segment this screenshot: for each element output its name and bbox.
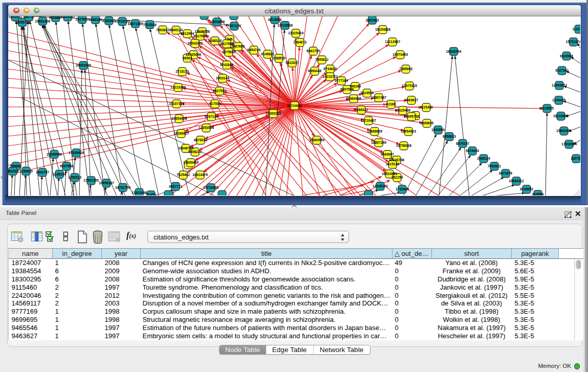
svg-text:16671355: 16671355 (128, 22, 143, 26)
svg-text:18724007: 18724007 (287, 104, 302, 107)
svg-text:15751074: 15751074 (566, 40, 580, 43)
svg-text:12093872: 12093872 (552, 83, 567, 87)
svg-text:8912954: 8912954 (181, 32, 194, 35)
svg-text:1564073: 1564073 (293, 40, 307, 44)
svg-text:1640954: 1640954 (431, 128, 445, 132)
svg-text:8267130: 8267130 (205, 115, 218, 118)
svg-text:1145194: 1145194 (53, 172, 66, 176)
svg-text:10107334: 10107334 (169, 102, 184, 105)
svg-text:19218506: 19218506 (277, 24, 293, 27)
svg-text:18807249: 18807249 (371, 141, 386, 144)
svg-text:10807487: 10807487 (371, 96, 386, 99)
svg-text:16154808: 16154808 (375, 28, 390, 31)
svg-text:8471676: 8471676 (499, 171, 512, 175)
svg-text:17654923: 17654923 (171, 117, 187, 120)
svg-text:8215955: 8215955 (540, 106, 554, 110)
svg-text:20364436: 20364436 (346, 97, 361, 100)
svg-text:6897568: 6897568 (340, 87, 354, 91)
svg-text:9242848: 9242848 (220, 63, 233, 67)
svg-text:15692971: 15692971 (556, 129, 572, 133)
svg-text:9327500: 9327500 (193, 34, 207, 38)
svg-text:1733426: 1733426 (396, 187, 409, 191)
svg-text:9115460: 9115460 (420, 105, 433, 109)
svg-text:7625402: 7625402 (177, 173, 190, 177)
svg-text:1905571: 1905571 (9, 16, 22, 18)
svg-text:12213967: 12213967 (385, 40, 400, 43)
svg-text:1250513: 1250513 (68, 176, 81, 179)
svg-text:8427552: 8427552 (213, 89, 226, 93)
svg-text:8678332: 8678332 (194, 138, 207, 142)
svg-text:92450: 92450 (146, 193, 156, 195)
svg-text:9474444: 9474444 (466, 149, 479, 152)
svg-text:19756928: 19756928 (396, 144, 411, 147)
svg-text:9734028: 9734028 (323, 67, 337, 71)
svg-text:17957255: 17957255 (83, 179, 99, 182)
svg-text:16053809: 16053809 (209, 20, 225, 24)
svg-text:10958107: 10958107 (99, 181, 114, 185)
svg-text:11923446: 11923446 (132, 191, 147, 194)
svg-text:9227342: 9227342 (555, 69, 569, 72)
svg-text:7663822: 7663822 (156, 28, 169, 32)
svg-text:2718170: 2718170 (176, 70, 189, 73)
svg-text:330757: 330757 (23, 16, 35, 18)
svg-text:18300295: 18300295 (266, 112, 281, 115)
svg-text:14055712: 14055712 (15, 20, 30, 24)
svg-text:10025438: 10025438 (395, 108, 410, 112)
svg-text:7386322: 7386322 (355, 108, 368, 112)
svg-text:8100342: 8100342 (102, 19, 116, 23)
svg-text:6879197: 6879197 (456, 142, 469, 145)
svg-text:7357224: 7357224 (228, 24, 241, 28)
svg-text:1615132: 1615132 (386, 162, 399, 166)
svg-text:16524851: 16524851 (382, 172, 397, 176)
svg-text:2942757: 2942757 (36, 170, 49, 174)
svg-text:13325419: 13325419 (288, 31, 303, 35)
svg-text:17359928: 17359928 (69, 151, 84, 155)
svg-text:3624554: 3624554 (360, 91, 374, 95)
svg-text:18495758: 18495758 (404, 115, 419, 118)
svg-text:417004: 417004 (209, 102, 221, 105)
svg-text:9245652: 9245652 (520, 187, 533, 191)
svg-text:15720407: 15720407 (361, 119, 376, 122)
svg-text:9699695: 9699695 (420, 121, 433, 125)
svg-text:15226058: 15226058 (194, 30, 210, 33)
svg-text:6466160: 6466160 (89, 18, 102, 21)
svg-text:116753: 116753 (571, 157, 580, 160)
svg-text:2867608: 2867608 (231, 45, 245, 48)
svg-text:14099489: 14099489 (183, 161, 199, 164)
svg-text:9146821: 9146821 (261, 52, 274, 56)
svg-text:7515526: 7515526 (143, 23, 157, 27)
svg-text:16210643: 16210643 (553, 114, 569, 118)
svg-text:62160: 62160 (386, 102, 396, 106)
svg-text:8660124: 8660124 (169, 28, 183, 32)
svg-text:19384554: 19384554 (309, 138, 324, 142)
svg-text:98903: 98903 (183, 56, 192, 60)
svg-text:535061: 535061 (10, 164, 22, 168)
svg-text:12353594: 12353594 (199, 126, 214, 129)
svg-text:1527602: 1527602 (75, 17, 89, 21)
svg-text:16914479: 16914479 (192, 173, 208, 177)
svg-text:14210722: 14210722 (322, 75, 338, 78)
svg-text:16648784: 16648784 (446, 50, 462, 53)
svg-text:29053346: 29053346 (76, 63, 91, 67)
svg-text:10654112: 10654112 (509, 179, 524, 183)
svg-text:546: 546 (227, 37, 232, 41)
svg-text:9084067: 9084067 (381, 152, 394, 156)
svg-text:9397568: 9397568 (60, 164, 73, 168)
svg-text:8454749: 8454749 (247, 48, 260, 52)
svg-text:17016504: 17016504 (561, 142, 577, 146)
svg-text:3675685: 3675685 (222, 50, 235, 54)
svg-text:9777169: 9777169 (335, 79, 348, 82)
svg-text:9329966: 9329966 (560, 54, 573, 58)
svg-text:1244415: 1244415 (552, 98, 565, 102)
svg-text:391514: 391514 (8, 169, 18, 173)
svg-text:2087682: 2087682 (365, 18, 379, 22)
svg-text:14136141: 14136141 (373, 184, 388, 188)
svg-text:9463627: 9463627 (405, 98, 418, 102)
svg-text:8990448: 8990448 (308, 69, 321, 73)
svg-text:160: 160 (201, 16, 207, 17)
svg-text:19166827: 19166827 (173, 132, 189, 135)
svg-text:7632621: 7632621 (488, 164, 501, 168)
svg-text:2935114: 2935114 (477, 157, 490, 160)
svg-text:1588520: 1588520 (272, 56, 286, 60)
svg-text:8958923: 8958923 (443, 135, 456, 138)
